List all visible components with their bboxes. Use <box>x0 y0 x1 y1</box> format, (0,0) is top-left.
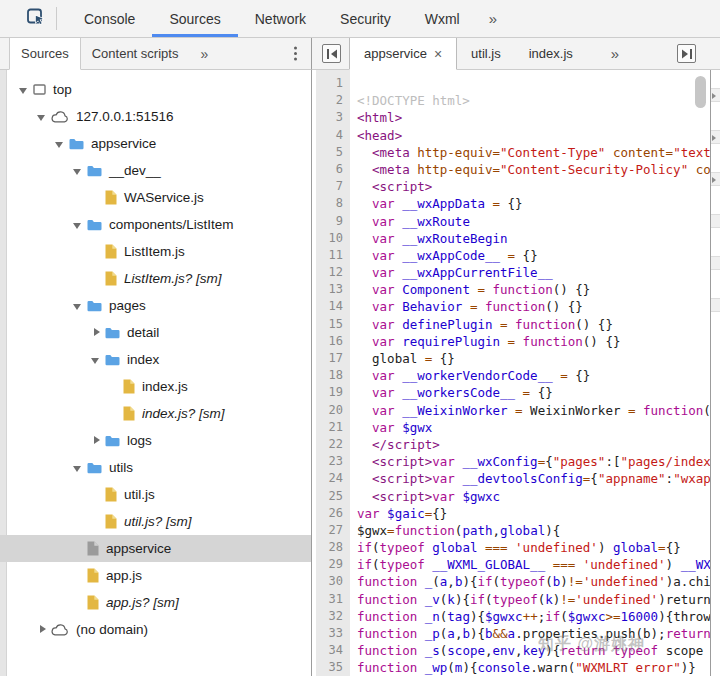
code-text[interactable]: var __workersCode__ = {} <box>350 384 710 401</box>
navigator-menu-button[interactable] <box>294 38 298 69</box>
line-number[interactable]: 26 <box>316 505 350 522</box>
line-number[interactable]: 8 <box>316 195 350 212</box>
line-number[interactable]: 1 <box>316 75 350 92</box>
line-number[interactable]: 29 <box>316 556 350 573</box>
editor-scrollbar-thumb[interactable] <box>695 76 706 108</box>
expander-open-icon[interactable] <box>18 83 32 97</box>
code-text[interactable]: <script>var $gwxc <box>350 488 710 505</box>
editor-tab-more[interactable]: » <box>597 38 633 69</box>
code-text[interactable]: if(typeof global === 'undefined') global… <box>350 539 710 556</box>
line-number[interactable]: 2 <box>316 92 350 109</box>
toolbar-tab-security[interactable]: Security <box>323 0 408 37</box>
expander-closed-icon[interactable] <box>90 326 104 340</box>
expander-closed-icon[interactable] <box>90 434 104 448</box>
code-text[interactable]: var __wxAppCurrentFile__ <box>350 264 710 281</box>
code-text[interactable]: <script>var __wxConfig={"pages":["pages/… <box>350 453 710 470</box>
line-number[interactable]: 7 <box>316 178 350 195</box>
line-number[interactable]: 23 <box>316 453 350 470</box>
debugger-sidebar-sliver[interactable] <box>710 70 720 676</box>
toolbar-tab-network[interactable]: Network <box>238 0 323 37</box>
toolbar-tab-sources[interactable]: Sources <box>152 0 237 37</box>
line-number[interactable]: 13 <box>316 281 350 298</box>
line-number[interactable]: 4 <box>316 127 350 144</box>
code-text[interactable]: var Behavior = function() {} <box>350 298 710 315</box>
tree-item-no-domain[interactable]: (no domain) <box>0 616 311 643</box>
expander-open-icon[interactable] <box>54 137 68 151</box>
line-number[interactable]: 27 <box>316 522 350 539</box>
navigator-tab-more[interactable]: » <box>189 38 219 69</box>
close-tab-icon[interactable]: × <box>434 46 442 62</box>
code-text[interactable]: var __WeixinWorker = WeixinWorker = func… <box>350 402 710 419</box>
code-text[interactable]: <meta http-equiv="Content-Type" content=… <box>350 144 710 161</box>
line-number[interactable]: 22 <box>316 436 350 453</box>
expander-open-icon[interactable] <box>90 353 104 367</box>
code-text[interactable]: function _p(a,b){b&&a.properties.push(b)… <box>350 625 710 642</box>
tree-item-top[interactable]: top <box>0 76 311 103</box>
line-number[interactable]: 17 <box>316 350 350 367</box>
editor-tab-appservice[interactable]: appservice× <box>349 38 457 70</box>
line-number[interactable]: 28 <box>316 539 350 556</box>
tree-item-appservice[interactable]: appservice <box>0 535 311 562</box>
toolbar-tab-wxml[interactable]: Wxml <box>408 0 477 37</box>
tree-item-util-js[interactable]: util.js <box>0 481 311 508</box>
editor-tab-index-js[interactable]: index.js <box>515 38 587 69</box>
editor-tab-util-js[interactable]: util.js <box>457 38 515 69</box>
line-number[interactable]: 30 <box>316 573 350 590</box>
line-number[interactable]: 24 <box>316 470 350 487</box>
code-text[interactable]: var __wxAppData = {} <box>350 195 710 212</box>
code-text[interactable]: if(typeof __WXML_GLOBAL__ === 'undefined… <box>350 556 710 573</box>
toolbar-tab-console[interactable]: Console <box>67 0 152 37</box>
line-number[interactable]: 31 <box>316 591 350 608</box>
tree-item-listitem-js[interactable]: ListItem.js <box>0 238 311 265</box>
code-text[interactable]: </script> <box>350 436 710 453</box>
code-text[interactable]: var requirePlugin = function() {} <box>350 333 710 350</box>
code-text[interactable]: var __wxRouteBegin <box>350 230 710 247</box>
tree-item-components-listitem[interactable]: components/ListItem <box>0 211 311 238</box>
line-number[interactable]: 19 <box>316 384 350 401</box>
tree-item-utils[interactable]: utils <box>0 454 311 481</box>
line-number[interactable]: 3 <box>316 109 350 126</box>
expander-open-icon[interactable] <box>72 461 86 475</box>
line-number[interactable]: 34 <box>316 642 350 659</box>
code-text[interactable]: function _n(tag){$gwxc++;if($gwxc>=16000… <box>350 608 710 625</box>
line-number[interactable]: 35 <box>316 659 350 676</box>
line-number[interactable]: 6 <box>316 161 350 178</box>
tree-item-app-js-sm[interactable]: app.js? [sm] <box>0 589 311 616</box>
inspect-element-button[interactable] <box>26 0 46 37</box>
tree-item-logs[interactable]: logs <box>0 427 311 454</box>
tree-item-app-js[interactable]: app.js <box>0 562 311 589</box>
code-text[interactable]: var $gaic={} <box>350 505 710 522</box>
show-debugger-button[interactable] <box>677 44 696 63</box>
navigator-tab-content-scripts[interactable]: Content scripts <box>81 38 190 69</box>
code-text[interactable]: function _wp(m){console.warn("WXMLRT err… <box>350 659 710 676</box>
line-number[interactable]: 9 <box>316 213 350 230</box>
expander-open-icon[interactable] <box>72 218 86 232</box>
code-text[interactable]: var Component = function() {} <box>350 281 710 298</box>
code-text[interactable]: <html> <box>350 109 710 126</box>
code-text[interactable]: var __wxAppCode__ = {} <box>350 247 710 264</box>
hide-navigator-button[interactable] <box>322 44 341 63</box>
tree-item-detail[interactable]: detail <box>0 319 311 346</box>
line-number[interactable]: 10 <box>316 230 350 247</box>
line-number[interactable]: 18 <box>316 367 350 384</box>
code-text[interactable]: $gwx=function(path,global){ <box>350 522 710 539</box>
expander-open-icon[interactable] <box>72 299 86 313</box>
tree-item-pages[interactable]: pages <box>0 292 311 319</box>
code-text[interactable]: function _(a,b){if(typeof(b)!='undefined… <box>350 573 710 590</box>
tree-item-index[interactable]: index <box>0 346 311 373</box>
tree-item-listitem-js-sm[interactable]: ListItem.js? [sm] <box>0 265 311 292</box>
line-number[interactable]: 33 <box>316 625 350 642</box>
line-number[interactable]: 16 <box>316 333 350 350</box>
line-number[interactable]: 21 <box>316 419 350 436</box>
code-text[interactable]: <meta http-equiv="Content-Security-Polic… <box>350 161 710 178</box>
line-number[interactable]: 5 <box>316 144 350 161</box>
code-text[interactable]: var __workerVendorCode__ = {} <box>350 367 710 384</box>
expander-closed-icon[interactable] <box>36 623 50 637</box>
toolbar-tab-more[interactable]: » <box>477 0 509 37</box>
tree-item-index-js[interactable]: index.js <box>0 373 311 400</box>
code-text[interactable]: var __wxRoute <box>350 213 710 230</box>
code-text[interactable]: <!DOCTYPE html> <box>350 92 710 109</box>
tree-item-waservice-js[interactable]: WAService.js <box>0 184 311 211</box>
tree-item-dev[interactable]: __dev__ <box>0 157 311 184</box>
expander-open-icon[interactable] <box>72 164 86 178</box>
